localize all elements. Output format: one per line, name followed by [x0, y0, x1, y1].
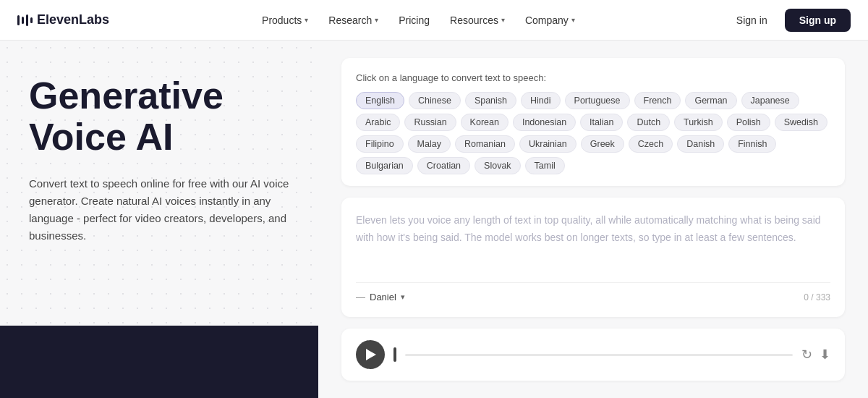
language-tag-finnish[interactable]: Finnish: [728, 135, 776, 153]
left-content: Generative Voice AI Convert text to spee…: [29, 75, 289, 245]
hero-subtitle: Convert text to speech online for free w…: [29, 175, 289, 245]
logo-text: ElevenLabs: [37, 12, 109, 27]
language-tag-bulgarian[interactable]: Bulgarian: [356, 157, 413, 174]
audio-actions: ↻ ⬇: [801, 347, 830, 363]
text-footer: — Daniel ▾ 0 / 333: [356, 282, 830, 302]
language-tag-polish[interactable]: Polish: [727, 114, 770, 131]
language-tag-english[interactable]: English: [356, 92, 404, 109]
chevron-down-icon: ▾: [501, 16, 505, 24]
language-tag-hindi[interactable]: Hindi: [521, 92, 561, 109]
voice-selector[interactable]: — Daniel ▾: [356, 292, 405, 302]
language-tag-french[interactable]: French: [634, 92, 681, 109]
navbar: ElevenLabs Products ▾ Research ▾ Pricing…: [0, 0, 868, 41]
language-tag-dutch[interactable]: Dutch: [627, 114, 670, 131]
nav-actions: Sign in Sign up: [728, 9, 851, 32]
right-panel: Click on a language to convert text to s…: [318, 41, 868, 398]
language-tag-czech[interactable]: Czech: [629, 135, 673, 153]
signup-button[interactable]: Sign up: [785, 9, 851, 32]
language-tag-portuguese[interactable]: Portuguese: [565, 92, 630, 109]
language-tag-filipino[interactable]: Filipino: [356, 135, 404, 153]
nav-products[interactable]: Products ▾: [253, 10, 317, 30]
language-tag-tamil[interactable]: Tamil: [525, 157, 565, 174]
char-count: 0 / 333: [804, 292, 830, 302]
language-tag-japanese[interactable]: Japanese: [741, 92, 799, 109]
chevron-down-icon: ▾: [571, 16, 575, 24]
chevron-down-icon: ▾: [375, 16, 378, 24]
logo-icon: [17, 14, 33, 26]
language-tag-german[interactable]: German: [685, 92, 736, 109]
text-placeholder[interactable]: Eleven lets you voice any length of text…: [356, 212, 830, 274]
logo[interactable]: ElevenLabs: [17, 12, 109, 27]
language-tag-malay[interactable]: Malay: [408, 135, 451, 153]
signin-button[interactable]: Sign in: [728, 10, 776, 30]
left-panel: Generative Voice AI Convert text to spee…: [0, 41, 318, 398]
nav-research[interactable]: Research ▾: [320, 10, 387, 30]
text-section: Eleven lets you voice any length of text…: [341, 198, 845, 317]
language-tags: EnglishChineseSpanishHindiPortugueseFren…: [356, 92, 830, 174]
nav-resources[interactable]: Resources ▾: [441, 10, 514, 30]
language-tag-slovak[interactable]: Slovak: [475, 157, 521, 174]
language-tag-korean[interactable]: Korean: [461, 114, 509, 131]
language-tag-arabic[interactable]: Arabic: [356, 114, 400, 131]
language-tag-chinese[interactable]: Chinese: [409, 92, 461, 109]
language-tag-turkish[interactable]: Turkish: [674, 114, 723, 131]
nav-links: Products ▾ Research ▾ Pricing Resources …: [132, 10, 705, 30]
main-container: Generative Voice AI Convert text to spee…: [0, 41, 868, 398]
refresh-icon[interactable]: ↻: [801, 347, 812, 363]
language-tag-italian[interactable]: Italian: [580, 114, 623, 131]
download-icon[interactable]: ⬇: [820, 347, 830, 363]
nav-company[interactable]: Company ▾: [516, 10, 584, 30]
hero-title: Generative Voice AI: [29, 75, 289, 158]
chevron-down-icon: ▾: [401, 292, 405, 302]
language-tag-danish[interactable]: Danish: [677, 135, 724, 153]
voice-dash: —: [356, 292, 365, 302]
language-tag-romanian[interactable]: Romanian: [455, 135, 515, 153]
language-tag-spanish[interactable]: Spanish: [465, 92, 516, 109]
audio-waveform: [393, 347, 396, 362]
language-tag-croatian[interactable]: Croatian: [417, 157, 470, 174]
language-tag-swedish[interactable]: Swedish: [775, 114, 827, 131]
language-prompt: Click on a language to convert text to s…: [356, 72, 830, 83]
play-button[interactable]: [356, 340, 385, 369]
language-tag-ukrainian[interactable]: Ukrainian: [519, 135, 576, 153]
play-icon: [366, 349, 376, 360]
voice-name: Daniel: [370, 292, 396, 302]
language-tag-greek[interactable]: Greek: [581, 135, 624, 153]
language-tag-indonesian[interactable]: Indonesian: [513, 114, 576, 131]
audio-progress-bar[interactable]: [405, 354, 793, 356]
audio-player: ↻ ⬇: [341, 329, 845, 381]
nav-pricing[interactable]: Pricing: [390, 10, 438, 30]
chevron-down-icon: ▾: [305, 16, 308, 24]
language-section: Click on a language to convert text to s…: [341, 58, 845, 186]
language-tag-russian[interactable]: Russian: [404, 114, 456, 131]
